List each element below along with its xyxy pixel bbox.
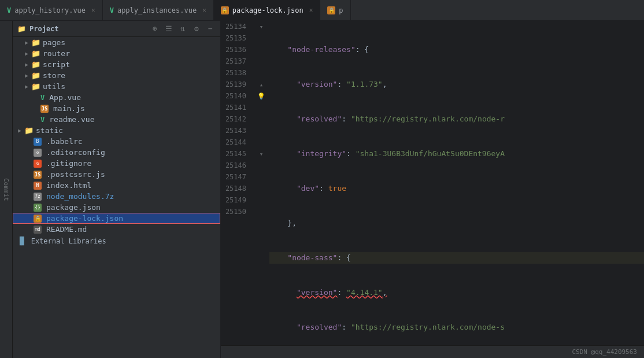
tree-item-label: .gitignore	[46, 159, 91, 168]
html-icon: H	[34, 182, 42, 190]
json-file-icon: {}	[34, 204, 42, 212]
close-icon[interactable]: ✕	[202, 6, 206, 14]
folder-icon: 📁	[17, 25, 26, 33]
tree-item-static[interactable]: ▶ 📁 static	[13, 125, 220, 136]
line-num-25142: 25142	[221, 113, 251, 125]
tree-item-postcssrc[interactable]: JS .postcssrc.js	[13, 169, 220, 180]
line-num-25134: 25134	[221, 21, 251, 32]
tree-item-utils[interactable]: ▶ 📁 utils	[13, 81, 220, 92]
code-line-25135: "version": "1.1.73",	[269, 79, 644, 90]
tree-item-pages[interactable]: ▶ 📁 pages	[13, 37, 220, 48]
folder-icon-script: 📁	[31, 60, 40, 69]
fold-icon-1[interactable]: ▾	[257, 22, 266, 31]
line-num-25139: 25139	[221, 79, 251, 90]
arrow-icon: ▶	[22, 50, 31, 57]
bulb-icon[interactable]: 💡	[257, 91, 266, 101]
sidebar-title: Project	[29, 25, 59, 33]
arrow-icon: ▶	[22, 83, 31, 90]
tab-apply-instances[interactable]: V apply_instances.vue ✕	[103, 0, 214, 20]
tree-item-label: pages	[43, 38, 65, 47]
folder-icon-static: 📁	[24, 126, 34, 135]
babelrc-icon: B	[34, 138, 42, 146]
line-num-25150: 25150	[221, 206, 251, 217]
arrow-icon: ▶	[15, 127, 24, 134]
line-num-25137: 25137	[221, 56, 251, 67]
7z-icon: 7z	[34, 193, 42, 201]
tree-item-main-js[interactable]: JS main.js	[13, 103, 220, 114]
tree-item-package-lock-json[interactable]: 🔒 package-lock.json	[13, 213, 220, 224]
bottom-bar-label: CSDN @qq_44209563	[572, 348, 637, 356]
vue-file-icon2: V	[40, 116, 45, 124]
tab-label: p	[339, 6, 343, 14]
tree-item-label: node_modules.7z	[46, 192, 114, 201]
bar-chart-icon: ▐▌	[17, 237, 27, 245]
line-num-25136: 25136	[221, 44, 251, 56]
code-line-25140: "node-sass": {	[269, 252, 644, 264]
tree-item-label: script	[43, 60, 70, 69]
arrow-icon: ▶	[22, 61, 31, 68]
tab-extra[interactable]: 🔒 p	[320, 0, 350, 20]
tree-item-label: router	[43, 49, 70, 58]
folder-icon-pages: 📁	[31, 38, 40, 47]
tree-item-node-modules[interactable]: 7z node_modules.7z	[13, 191, 220, 202]
external-libraries-item[interactable]: ▐▌ External Libraries	[13, 235, 220, 247]
vertical-commit-label: Commit	[0, 21, 13, 358]
tree-item-readme-md[interactable]: md README.md	[13, 224, 220, 235]
folder-icon-router: 📁	[31, 49, 40, 58]
folder-icon-utils: 📁	[31, 82, 40, 91]
md-icon: md	[34, 226, 42, 234]
tree-item-editorconfig[interactable]: ⚙ .editorconfig	[13, 147, 220, 158]
minus-icon[interactable]: −	[205, 24, 216, 34]
sidebar: 📁 Project ⊕ ☰ ⇅ ⚙ − ▶ 📁 pages ▶ 📁 router…	[13, 21, 221, 358]
bottom-bar: CSDN @qq_44209563	[221, 345, 644, 358]
tree-item-store[interactable]: ▶ 📁 store	[13, 70, 220, 81]
line-num-25149: 25149	[221, 194, 251, 206]
fold-icon-3[interactable]: ▾	[257, 149, 266, 158]
lock-file-icon: 🔒	[34, 215, 42, 223]
tab-label: apply_instances.vue	[117, 6, 197, 14]
tree-item-readme-vue[interactable]: V readme.vue	[13, 114, 220, 125]
tree-item-script[interactable]: ▶ 📁 script	[13, 59, 220, 70]
add-icon[interactable]: ⊕	[150, 24, 160, 34]
line-num-25145: 25145	[221, 148, 251, 160]
code-content[interactable]: "node-releases": { "version": "1.1.73", …	[267, 21, 644, 345]
close-icon[interactable]: ✕	[309, 6, 313, 14]
code-line-25134: "node-releases": {	[269, 44, 644, 56]
js-file-icon2: JS	[34, 171, 42, 179]
gutter: ▾ ▴ 💡 ▾	[256, 21, 267, 345]
sidebar-content: ▶ 📁 pages ▶ 📁 router ▶ 📁 script ▶ 📁 stor…	[13, 37, 220, 358]
lock-json-icon: 🔒	[221, 6, 229, 14]
settings-icon[interactable]: ⚙	[191, 24, 202, 34]
tree-item-app-vue[interactable]: V App.vue	[13, 92, 220, 103]
tree-item-gitignore[interactable]: G .gitignore	[13, 158, 220, 169]
tree-item-package-json[interactable]: {} package.json	[13, 202, 220, 213]
editor-area: 25134 25135 25136 25137 25138 25139 2514…	[221, 21, 644, 358]
code-container[interactable]: 25134 25135 25136 25137 25138 25139 2514…	[221, 21, 644, 345]
sidebar-header: 📁 Project ⊕ ☰ ⇅ ⚙ −	[13, 21, 220, 37]
line-num-25141: 25141	[221, 102, 251, 113]
vue-icon: V	[110, 6, 114, 14]
line-num-25138: 25138	[221, 67, 251, 79]
tree-item-label: App.vue	[49, 93, 81, 102]
fold-icon-2[interactable]: ▴	[257, 80, 266, 89]
main-area: Commit 📁 Project ⊕ ☰ ⇅ ⚙ − ▶ 📁 pages ▶ 📁…	[0, 21, 644, 358]
tree-item-index-html[interactable]: H index.html	[13, 180, 220, 191]
tree-item-router[interactable]: ▶ 📁 router	[13, 48, 220, 59]
tree-item-label: readme.vue	[49, 115, 94, 124]
code-line-25136: "resolved": "https://registry.nlark.com/…	[269, 113, 644, 125]
tree-item-label: utils	[43, 82, 65, 91]
collapse-icon[interactable]: ⇅	[177, 24, 188, 34]
close-icon[interactable]: ✕	[91, 6, 95, 14]
tab-apply-history[interactable]: V apply_history.vue ✕	[0, 0, 103, 20]
tree-item-label: .editorconfig	[46, 148, 105, 157]
line-num-25144: 25144	[221, 136, 251, 148]
line-numbers: 25134 25135 25136 25137 25138 25139 2514…	[221, 21, 256, 345]
layout-icon[interactable]: ☰	[164, 24, 174, 34]
tab-package-lock[interactable]: 🔒 package-lock.json ✕	[214, 0, 320, 20]
line-num-25143: 25143	[221, 125, 251, 136]
tree-item-babelrc[interactable]: B .babelrc	[13, 136, 220, 147]
line-num-25140: 25140	[221, 90, 251, 102]
tree-item-label: package-lock.json	[46, 214, 123, 223]
editor-icon: ⚙	[34, 149, 42, 157]
tree-item-label: .postcssrc.js	[46, 170, 105, 179]
